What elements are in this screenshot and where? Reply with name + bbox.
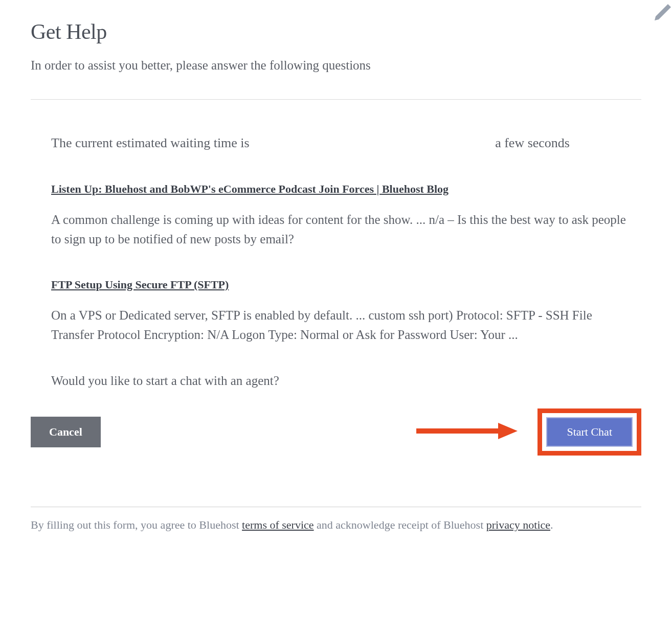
article-desc-2: On a VPS or Dedicated server, SFTP is en… (51, 306, 636, 344)
page-subtitle: In order to assist you better, please an… (31, 58, 641, 73)
button-row: Cancel Start Chat (31, 408, 641, 456)
suggested-article: FTP Setup Using Secure FTP (SFTP) On a V… (51, 278, 636, 344)
article-desc-1: A common challenge is coming up with ide… (51, 210, 636, 248)
edit-corner-icon (652, 0, 672, 20)
wait-value: a few seconds (495, 135, 570, 151)
annotation-highlight-box: Start Chat (537, 408, 641, 456)
start-chat-button[interactable]: Start Chat (546, 417, 633, 447)
wait-label: The current estimated waiting time is (51, 135, 250, 151)
footer-agreement: By filling out this form, you agree to B… (31, 516, 641, 533)
footer-prefix: By filling out this form, you agree to B… (31, 518, 242, 531)
page-title: Get Help (31, 19, 641, 44)
article-link-1[interactable]: Listen Up: Bluehost and BobWP's eCommerc… (51, 183, 449, 196)
wait-time-row: The current estimated waiting time is a … (51, 135, 636, 151)
article-link-2[interactable]: FTP Setup Using Secure FTP (SFTP) (51, 278, 229, 291)
divider-top (31, 99, 641, 100)
svg-marker-1 (498, 423, 518, 439)
footer-middle: and acknowledge receipt of Bluehost (314, 518, 486, 531)
cancel-button[interactable]: Cancel (31, 417, 101, 447)
privacy-notice-link[interactable]: privacy notice (486, 518, 550, 531)
start-chat-prompt: Would you like to start a chat with an a… (51, 374, 636, 388)
annotation-arrow-icon (416, 421, 519, 443)
divider-bottom (31, 507, 641, 507)
suggested-article: Listen Up: Bluehost and BobWP's eCommerc… (51, 183, 636, 248)
footer-suffix: . (550, 518, 553, 531)
terms-of-service-link[interactable]: terms of service (242, 518, 314, 531)
